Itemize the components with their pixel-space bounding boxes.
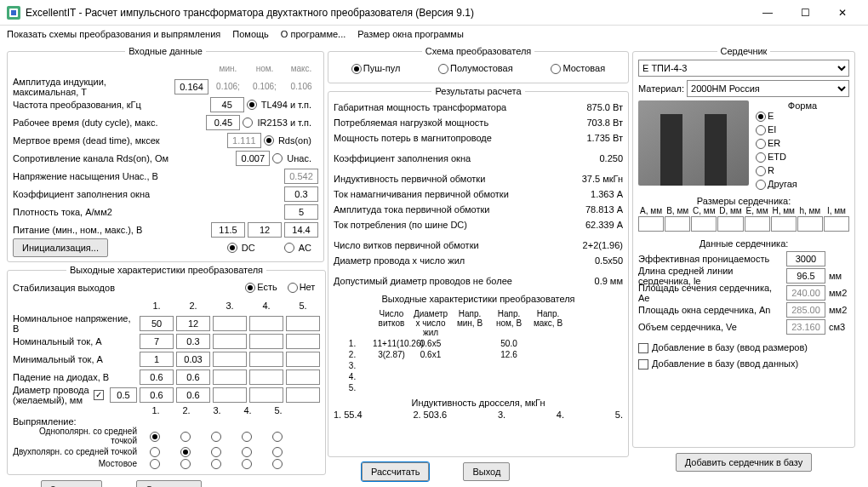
shape-Другая-radio[interactable] — [756, 180, 766, 190]
out1-1-input[interactable] — [176, 334, 210, 349]
diam-check[interactable] — [94, 390, 104, 400]
dim2-input[interactable] — [691, 216, 717, 232]
dim6-input[interactable] — [797, 216, 823, 232]
out3-2-input[interactable] — [213, 370, 247, 385]
rdson-input[interactable] — [236, 151, 270, 166]
calc-button[interactable]: Рассчитать — [362, 462, 429, 481]
dim5-input[interactable] — [771, 216, 797, 232]
vnom-input[interactable] — [248, 222, 282, 238]
add-core-button[interactable]: Добавить сердечник в базу — [676, 453, 813, 472]
shape-ETD-radio[interactable] — [756, 152, 766, 163]
jdensity-input[interactable] — [284, 204, 318, 220]
stab-no-radio[interactable] — [288, 283, 298, 293]
deadtime-input[interactable] — [227, 133, 261, 148]
out0-0-input[interactable] — [140, 316, 174, 331]
shape-ER-radio[interactable] — [756, 139, 766, 149]
diam2-input[interactable] — [176, 387, 210, 403]
init-button[interactable]: Инициализация... — [13, 238, 108, 257]
out0-3-input[interactable] — [249, 316, 283, 331]
fillcoef-input[interactable] — [284, 186, 318, 202]
pushpull-radio[interactable] — [351, 64, 362, 74]
dim4-input[interactable] — [745, 216, 770, 232]
dim1-input[interactable] — [665, 216, 690, 232]
bmax-input[interactable] — [174, 79, 208, 95]
out2-2-input[interactable] — [213, 352, 247, 367]
dim7-input[interactable] — [824, 216, 849, 232]
out0-2-input[interactable] — [213, 316, 247, 331]
out2-4-input[interactable] — [286, 352, 320, 367]
stab-yes-radio[interactable] — [245, 283, 255, 293]
material-select[interactable]: 2000НМ Россия — [687, 80, 849, 97]
out0-4-input[interactable] — [286, 316, 320, 331]
exit-button[interactable]: Выход — [463, 462, 510, 481]
menu-help[interactable]: Помощь — [232, 29, 269, 39]
coredata2-input[interactable] — [786, 285, 825, 301]
rect-r1c2-radio[interactable] — [211, 447, 221, 457]
rect-r0c4-radio[interactable] — [272, 432, 283, 442]
diam3-input[interactable] — [213, 387, 247, 403]
coredata1-input[interactable] — [786, 268, 825, 284]
rect-r0c0-radio[interactable] — [150, 432, 160, 442]
rect-r0c2-radio[interactable] — [211, 432, 221, 442]
core-select[interactable]: E ТПИ-4-3 — [638, 60, 849, 77]
ac-radio[interactable] — [284, 243, 294, 253]
out0-1-input[interactable] — [176, 316, 210, 331]
out3-1-input[interactable] — [176, 370, 210, 385]
shape-R-radio[interactable] — [756, 166, 766, 176]
rect-r2c2-radio[interactable] — [211, 459, 221, 469]
out3-4-input[interactable] — [286, 370, 320, 385]
out1-4-input[interactable] — [286, 334, 320, 349]
out2-1-input[interactable] — [176, 352, 210, 367]
rect-r2c3-radio[interactable] — [242, 459, 252, 469]
coredata3-input[interactable] — [786, 302, 825, 318]
out1-3-input[interactable] — [249, 334, 283, 349]
dim3-input[interactable] — [717, 216, 743, 232]
diam1-input[interactable] — [140, 387, 174, 403]
driver-ir2153-radio[interactable] — [243, 117, 253, 128]
out1-0-input[interactable] — [140, 334, 174, 349]
out3-3-input[interactable] — [249, 370, 283, 385]
shape-E-radio[interactable] — [756, 112, 766, 122]
close-button[interactable]: ✕ — [824, 1, 861, 25]
add-data-check[interactable] — [638, 359, 648, 370]
diam0-input[interactable] — [110, 387, 137, 403]
halfbridge-radio[interactable] — [438, 64, 448, 74]
dim0-input[interactable] — [638, 216, 664, 232]
out3-0-input[interactable] — [140, 370, 174, 385]
freq-input[interactable] — [210, 97, 244, 112]
dc-radio[interactable] — [227, 243, 237, 253]
rect-r2c1-radio[interactable] — [180, 459, 191, 469]
diam5-input[interactable] — [286, 387, 320, 403]
rect-r2c4-radio[interactable] — [272, 459, 283, 469]
vmin-input[interactable] — [211, 222, 245, 238]
vmax-input[interactable] — [284, 222, 318, 238]
minimize-button[interactable]: — — [749, 1, 786, 25]
rect-r1c3-radio[interactable] — [242, 447, 252, 457]
shape-EI-radio[interactable] — [756, 125, 766, 135]
out2-0-input[interactable] — [140, 352, 174, 367]
rect-r2c0-radio[interactable] — [150, 459, 160, 469]
usat-radio[interactable] — [272, 153, 283, 163]
menu-about[interactable]: О программе... — [281, 29, 345, 39]
duty-input[interactable] — [206, 115, 240, 130]
diam4-input[interactable] — [249, 387, 283, 403]
menu-winsize[interactable]: Размер окна программы — [357, 29, 464, 39]
rdson-radio[interactable] — [264, 135, 274, 146]
add-dims-check[interactable] — [638, 343, 648, 353]
maximize-button[interactable]: ☐ — [786, 1, 824, 25]
rect-r1c1-radio[interactable] — [180, 447, 191, 457]
save-button[interactable]: Сохранить — [136, 480, 202, 487]
fullbridge-radio[interactable] — [551, 64, 561, 74]
rect-r0c3-radio[interactable] — [242, 432, 252, 442]
coredata0-input[interactable] — [786, 251, 825, 266]
rect-r1c0-radio[interactable] — [150, 447, 160, 457]
rect-r1c4-radio[interactable] — [272, 447, 283, 457]
rect-r0c1-radio[interactable] — [180, 432, 191, 442]
load-button[interactable]: Загрузить — [41, 480, 102, 487]
out2-3-input[interactable] — [249, 352, 283, 367]
driver-tl494-radio[interactable] — [247, 100, 257, 110]
out1-2-input[interactable] — [213, 334, 247, 349]
coredata4-input[interactable] — [786, 319, 825, 335]
menu-schemes[interactable]: Показать схемы преобразования и выпрямле… — [7, 29, 220, 39]
usat-input[interactable] — [284, 169, 318, 184]
